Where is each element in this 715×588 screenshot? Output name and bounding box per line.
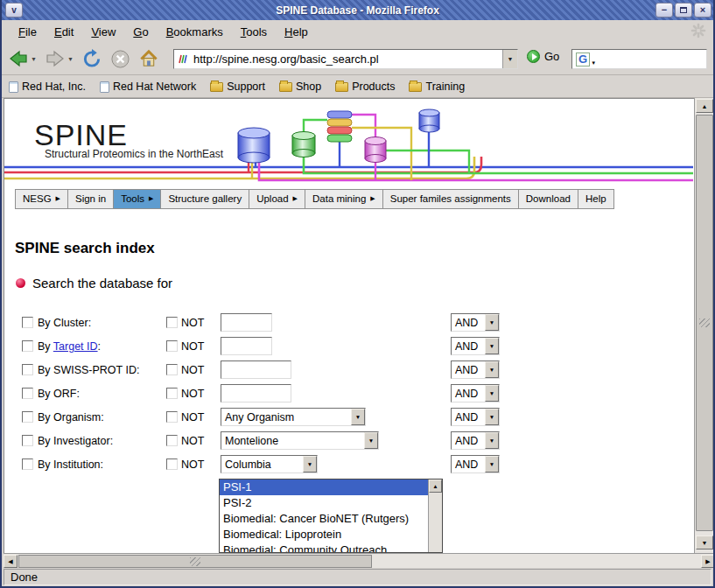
option-psi-1[interactable]: PSI-1: [220, 480, 442, 495]
url-dropdown-button[interactable]: ▼: [502, 50, 517, 68]
list-scrollbar[interactable]: ▲: [428, 480, 442, 552]
menu-view[interactable]: View: [83, 23, 123, 41]
chevron-down-icon[interactable]: ▼: [485, 456, 499, 472]
orf-checkbox[interactable]: [22, 388, 33, 399]
orf-andor-select[interactable]: AND▼: [451, 384, 500, 402]
option-psi-2[interactable]: PSI-2: [220, 495, 442, 511]
swissprot-andor-select[interactable]: AND▼: [451, 360, 500, 379]
tab-sign-in[interactable]: Sign in: [67, 189, 114, 209]
chevron-down-icon[interactable]: ▼: [351, 409, 365, 425]
vertical-scroll-thumb[interactable]: [696, 115, 713, 531]
chevron-down-icon[interactable]: ▼: [485, 409, 499, 425]
chevron-down-icon[interactable]: ▼: [485, 314, 499, 331]
maximize-button[interactable]: [675, 3, 692, 18]
scroll-up-icon[interactable]: ▲: [429, 480, 442, 493]
chevron-down-icon[interactable]: ▼: [303, 456, 317, 472]
institution-andor-select[interactable]: AND▼: [451, 455, 500, 473]
swissprot-input[interactable]: [221, 360, 291, 379]
option-cancer-bionet[interactable]: Biomedial: Cancer BioNET (Rutgers): [220, 511, 442, 527]
chevron-down-icon[interactable]: ▼: [485, 432, 499, 449]
home-button[interactable]: [137, 47, 161, 71]
menu-tools[interactable]: Tools: [233, 23, 275, 41]
web-search-input[interactable]: G ▼: [571, 49, 707, 69]
target-id-checkbox[interactable]: [22, 340, 33, 352]
swissprot-not-checkbox[interactable]: [166, 364, 178, 375]
bookmark-red-hat-network[interactable]: Red Hat Network: [100, 80, 196, 93]
search-engine-dropdown-icon[interactable]: ▼: [591, 60, 596, 66]
bookmark-red-hat-inc[interactable]: Red Hat, Inc.: [9, 80, 86, 93]
select-value: Columbia: [225, 458, 271, 471]
tab-structure-gallery[interactable]: Structure gallery: [160, 189, 249, 209]
back-button[interactable]: ▼: [6, 47, 39, 70]
minimize-button[interactable]: −: [655, 3, 673, 18]
investigator-label: By Investigator:: [38, 435, 113, 447]
scroll-down-button[interactable]: ▼: [696, 536, 713, 550]
target-id-link[interactable]: Target ID: [53, 340, 98, 353]
cluster-not-checkbox[interactable]: [166, 317, 178, 328]
tab-download[interactable]: Download: [518, 189, 578, 209]
target-id-andor-select[interactable]: AND▼: [451, 337, 500, 355]
google-icon[interactable]: G: [576, 52, 590, 66]
menu-help[interactable]: Help: [277, 23, 316, 41]
orf-input[interactable]: [221, 384, 291, 402]
forward-dropdown-icon[interactable]: ▼: [67, 56, 74, 62]
titlebar[interactable]: v SPINE Database - Mozilla Firefox − ×: [2, 0, 713, 20]
vertical-scrollbar[interactable]: ▲ ▼: [694, 98, 713, 553]
window-menu-button[interactable]: v: [5, 3, 23, 18]
bookmark-folder-training[interactable]: Training: [409, 80, 465, 93]
investigator-checkbox[interactable]: [22, 435, 33, 446]
select-value: AND: [455, 364, 478, 376]
bookmark-folder-products[interactable]: Products: [335, 80, 395, 93]
tab-tools[interactable]: Tools▶: [113, 189, 161, 209]
bookmark-folder-support[interactable]: Support: [210, 80, 265, 93]
reload-button[interactable]: [80, 47, 104, 71]
institution-not-checkbox[interactable]: [166, 458, 178, 470]
chevron-down-icon[interactable]: ▼: [364, 432, 378, 449]
bookmark-folder-shop[interactable]: Shop: [279, 80, 321, 93]
cluster-andor-select[interactable]: AND▼: [451, 313, 500, 332]
organism-not-checkbox[interactable]: [166, 411, 178, 423]
chevron-down-icon[interactable]: ▼: [485, 361, 499, 378]
back-dropdown-icon[interactable]: ▼: [31, 56, 37, 62]
close-button[interactable]: ×: [694, 3, 711, 18]
tab-upload[interactable]: Upload▶: [249, 189, 305, 209]
investigator-select[interactable]: Montelione▼: [221, 431, 379, 450]
institution-checkbox[interactable]: [22, 458, 33, 470]
organism-select[interactable]: Any Organism▼: [221, 408, 366, 426]
option-lipoprotein[interactable]: Biomedical: Lipoprotein: [220, 527, 442, 542]
horizontal-scrollbar[interactable]: ◀ ▶: [4, 553, 715, 568]
target-id-input[interactable]: [221, 337, 272, 355]
option-community-outreach[interactable]: Biomedial: Community Outreach: [220, 542, 442, 553]
menu-go[interactable]: Go: [125, 23, 156, 41]
forward-button[interactable]: ▼: [43, 47, 75, 70]
scroll-left-button[interactable]: ◀: [4, 555, 18, 568]
chevron-down-icon[interactable]: ▼: [485, 338, 499, 354]
institution-select[interactable]: Columbia▼: [221, 455, 318, 473]
horizontal-scroll-thumb[interactable]: [18, 555, 372, 568]
investigator-not-checkbox[interactable]: [166, 435, 178, 446]
menu-bookmarks[interactable]: Bookmarks: [158, 23, 231, 41]
tab-help[interactable]: Help: [578, 189, 614, 209]
go-button[interactable]: Go: [527, 50, 559, 63]
orf-not-checkbox[interactable]: [166, 388, 178, 399]
disk-stack-icon: [327, 111, 352, 142]
menu-file[interactable]: File: [11, 23, 45, 41]
tab-nesg[interactable]: NESG▶: [15, 189, 68, 209]
tab-data-mining[interactable]: Data mining▶: [305, 189, 383, 209]
menu-edit[interactable]: Edit: [46, 23, 81, 41]
swissprot-checkbox[interactable]: [22, 364, 33, 375]
scroll-up-button[interactable]: ▲: [696, 99, 713, 113]
chevron-down-icon[interactable]: ▼: [485, 385, 499, 402]
cluster-input[interactable]: [221, 313, 272, 332]
back-icon: [8, 49, 29, 68]
scroll-right-button[interactable]: ▶: [701, 555, 715, 568]
url-input[interactable]: http://spine.nesg.org/basic_search.pl: [193, 52, 502, 66]
investigator-andor-select[interactable]: AND▼: [451, 431, 500, 450]
stop-button[interactable]: [109, 47, 132, 71]
target-id-not-checkbox[interactable]: [166, 340, 178, 352]
organism-andor-select[interactable]: AND▼: [451, 408, 500, 426]
organism-checkbox[interactable]: [22, 411, 33, 423]
url-bar[interactable]: http://spine.nesg.org/basic_search.pl ▼: [173, 49, 518, 69]
tab-super-families-assignments[interactable]: Super familes assignments: [382, 189, 519, 209]
cluster-checkbox[interactable]: [22, 317, 33, 328]
